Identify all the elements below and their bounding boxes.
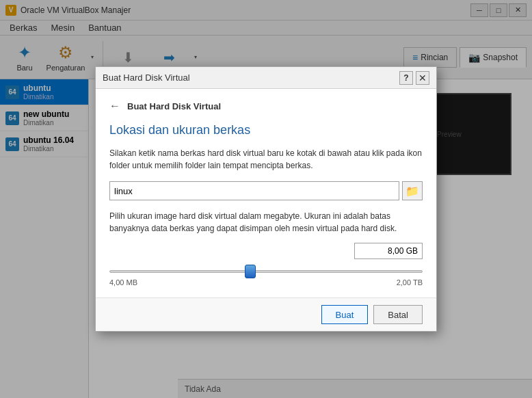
- modal-overlay: Buat Hard Disk Virtual ? ✕ ← Buat Hard D…: [0, 0, 532, 398]
- file-path-input[interactable]: [109, 181, 399, 200]
- modal-close-button[interactable]: ✕: [416, 71, 429, 85]
- modal-header-title: Buat Hard Disk Virtual: [127, 101, 221, 111]
- modal-title-bar: Buat Hard Disk Virtual ? ✕: [96, 67, 436, 89]
- file-input-row: 📁: [109, 181, 423, 200]
- modal-body: ← Buat Hard Disk Virtual Lokasi dan ukur…: [96, 89, 436, 297]
- modal-controls: ? ✕: [399, 71, 429, 85]
- modal-title: Buat Hard Disk Virtual: [103, 72, 190, 83]
- back-arrow-button[interactable]: ←: [109, 100, 120, 112]
- slider-min-label: 4,00 MB: [109, 278, 137, 287]
- cancel-button[interactable]: Batal: [373, 305, 423, 324]
- modal-footer: Buat Batal: [96, 297, 436, 331]
- modal-help-button[interactable]: ?: [399, 71, 413, 85]
- modal-header-row: ← Buat Hard Disk Virtual: [109, 100, 423, 112]
- folder-browse-button[interactable]: 📁: [402, 181, 423, 200]
- range-labels: 4,00 MB 2,00 TB: [109, 278, 423, 287]
- create-button[interactable]: Buat: [321, 305, 369, 324]
- folder-icon: 📁: [405, 185, 419, 198]
- size-description: Pilih ukuran image hard disk virtual dal…: [109, 210, 423, 235]
- modal-create-disk: Buat Hard Disk Virtual ? ✕ ← Buat Hard D…: [95, 66, 437, 332]
- size-input-row: [109, 243, 423, 259]
- description-text: Silakan ketik nama berkas hard disk virt…: [109, 147, 423, 172]
- slider-container: [109, 270, 423, 273]
- slider-track: [109, 270, 423, 273]
- section-title: Lokasi dan ukuran berkas: [109, 123, 423, 137]
- slider-thumb[interactable]: [245, 265, 256, 278]
- slider-max-label: 2,00 TB: [397, 278, 423, 287]
- size-value-input[interactable]: [354, 243, 423, 259]
